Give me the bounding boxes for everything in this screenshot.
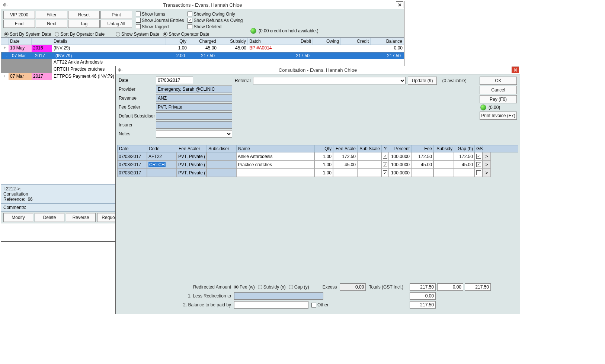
show-deleted-check[interactable]: Show Deleted xyxy=(188,23,243,30)
show-system-date-radio[interactable]: Show System Date xyxy=(116,31,159,37)
close-button[interactable]: ✕ xyxy=(512,67,519,73)
ok-button[interactable]: OK xyxy=(480,77,517,85)
cell[interactable]: 100.0000 xyxy=(389,152,411,161)
filter-button[interactable]: Filter xyxy=(36,11,67,19)
subsidy-x-radio[interactable]: Subsidy (x) xyxy=(258,284,286,290)
cell[interactable]: 07/03/2017 xyxy=(117,169,147,177)
table-row[interactable]: AFT22 Ankle Arthrodesis xyxy=(1,59,404,66)
find-button[interactable]: Find xyxy=(3,20,35,28)
notes-select[interactable] xyxy=(156,130,232,138)
table-row[interactable]: 07/03/2017CRTCHPVT, Private (FePractice … xyxy=(117,161,518,169)
cell[interactable] xyxy=(433,169,454,177)
reverse-button[interactable]: Reverse xyxy=(66,213,96,222)
cell[interactable] xyxy=(357,161,381,169)
sort-operator-date-radio[interactable]: Sort By Operator Date xyxy=(55,31,105,37)
collapse-icon[interactable]: - xyxy=(3,53,10,58)
cell[interactable] xyxy=(236,169,314,177)
table-row[interactable]: 07/03/2017AFT22PVT, Private (FeAnkle Art… xyxy=(117,152,518,161)
cell[interactable]: 45.00 xyxy=(411,161,433,169)
table-row-selected[interactable]: - 07 Mar 2017 (INV:79) 2.00 217.50 217.5… xyxy=(1,52,404,59)
cell[interactable]: Practice crutches xyxy=(236,161,314,169)
row-checkbox[interactable] xyxy=(476,170,481,175)
cell[interactable]: Ankle Arthrodesis xyxy=(236,152,314,161)
insurer-input[interactable] xyxy=(156,121,232,129)
cell[interactable] xyxy=(433,152,454,161)
table-row[interactable]: 07/03/2017PVT, Private (Fe1.00✓100.0000> xyxy=(117,169,518,177)
cell[interactable]: 172.50 xyxy=(454,152,474,161)
cell[interactable]: 07/03/2017 xyxy=(117,161,147,169)
excess-input[interactable] xyxy=(340,283,366,291)
cell[interactable]: 172.50 xyxy=(411,152,433,161)
cell[interactable]: 172.50 xyxy=(333,152,357,161)
show-owing-only-check[interactable]: Showing Owing Only xyxy=(188,11,243,17)
print-button[interactable]: Print xyxy=(100,11,132,19)
show-journal-check[interactable]: Show Journal Entries xyxy=(136,17,184,23)
vip-button[interactable]: VIP 2000 xyxy=(3,11,35,19)
cell[interactable]: CRTCH xyxy=(147,161,177,169)
cell[interactable]: 1.00 xyxy=(314,169,333,177)
reset-button[interactable]: Reset xyxy=(68,11,100,19)
cancel-button[interactable]: Cancel xyxy=(480,86,517,94)
show-tagged-check[interactable]: Show Tagged xyxy=(136,23,184,30)
show-operator-date-radio[interactable]: Show Operator Date xyxy=(163,31,209,37)
cell[interactable] xyxy=(207,169,236,177)
expand-icon[interactable]: + xyxy=(1,45,9,52)
default-subsidiser-input[interactable] xyxy=(156,112,232,120)
cell[interactable] xyxy=(411,169,433,177)
fee-w-radio[interactable]: Fee (w) xyxy=(234,284,255,290)
table-row[interactable]: + 10 May 2016 (INV:29) 1.00 45.00 45.00 … xyxy=(1,45,404,52)
pay-button[interactable]: Pay (F6) xyxy=(480,95,517,103)
row-expand-button[interactable]: > xyxy=(483,152,491,161)
row-checkbox[interactable]: ✓ xyxy=(476,162,481,167)
tag-button[interactable]: Tag xyxy=(68,20,100,28)
app-icon: ⊚- xyxy=(117,67,123,73)
cell[interactable]: 07/03/2017 xyxy=(117,152,147,161)
cell[interactable] xyxy=(433,161,454,169)
row-checkbox[interactable]: ✓ xyxy=(383,162,387,167)
delete-button[interactable]: Delete xyxy=(35,213,64,222)
update-button[interactable]: Update (9) xyxy=(408,77,437,85)
cell[interactable]: PVT, Private (Fe xyxy=(177,169,207,177)
row-expand-button[interactable]: > xyxy=(483,169,491,177)
cell[interactable]: 100.0000 xyxy=(389,161,411,169)
cell[interactable]: 1.00 xyxy=(314,161,333,169)
provider-input[interactable] xyxy=(156,86,232,93)
date-input[interactable] xyxy=(156,77,193,84)
fee-scaler-input[interactable] xyxy=(156,103,232,111)
insurer-label: Insurer xyxy=(119,122,156,128)
cell[interactable]: 100.0000 xyxy=(389,169,411,177)
row-checkbox[interactable]: ✓ xyxy=(383,154,387,159)
revenue-input[interactable] xyxy=(156,94,232,102)
redirection-to-input[interactable] xyxy=(234,292,323,300)
close-button[interactable]: ✕ xyxy=(396,1,403,8)
cell[interactable] xyxy=(147,169,177,177)
cell[interactable]: PVT, Private (Fe xyxy=(177,161,207,169)
other-check[interactable]: Other xyxy=(311,302,329,308)
cell[interactable]: 45.00 xyxy=(333,161,357,169)
row-expand-button[interactable]: > xyxy=(483,161,491,169)
cell[interactable] xyxy=(207,161,236,169)
show-refunds-check[interactable]: ✓Show Refunds As Owing xyxy=(188,17,243,23)
cell[interactable]: 45.00 xyxy=(454,161,474,169)
cell[interactable] xyxy=(454,169,474,177)
balance-paid-by-input[interactable] xyxy=(234,301,308,309)
print-invoice-button[interactable]: Print Invoice (F7) xyxy=(480,112,517,120)
cell[interactable] xyxy=(207,152,236,161)
cell[interactable]: 1.00 xyxy=(314,152,333,161)
gap-y-radio[interactable]: Gap (y) xyxy=(289,284,309,290)
cell[interactable] xyxy=(357,152,381,161)
cell[interactable]: AFT22 xyxy=(147,152,177,161)
modify-button[interactable]: Modify xyxy=(3,213,33,222)
sort-system-date-radio[interactable]: Sort By System Date xyxy=(4,31,51,37)
untag-all-button[interactable]: Untag All xyxy=(100,20,132,28)
cell[interactable]: PVT, Private (Fe xyxy=(177,152,207,161)
row-checkbox[interactable]: ✓ xyxy=(383,170,387,175)
show-items-check[interactable]: Show Items xyxy=(136,11,184,17)
cell[interactable] xyxy=(333,169,357,177)
referral-select[interactable] xyxy=(253,77,406,84)
cell[interactable] xyxy=(357,169,381,177)
date-label: Date xyxy=(119,78,156,83)
next-button[interactable]: Next xyxy=(36,20,67,28)
expand-icon[interactable]: + xyxy=(1,73,9,80)
row-checkbox[interactable]: ✓ xyxy=(476,154,481,159)
